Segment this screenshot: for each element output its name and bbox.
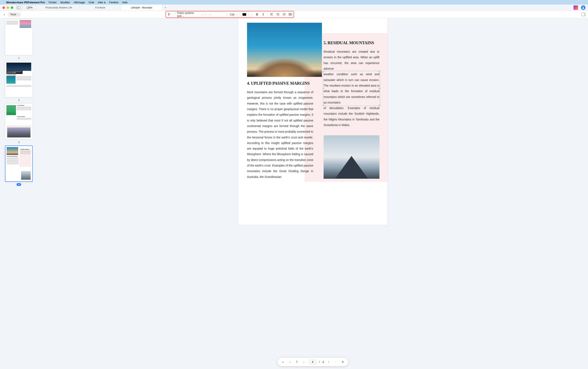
document-tabs: Productivity Modern Life Furniture Lifes… bbox=[38, 5, 574, 10]
mode-texte-pill[interactable]: Texte⌄ bbox=[8, 12, 21, 17]
align-left-icon[interactable] bbox=[269, 13, 274, 16]
traffic-lights bbox=[2, 6, 13, 9]
align-center-icon[interactable] bbox=[275, 13, 280, 16]
window-titlebar: ⌄ 125% Productivity Modern Life Furnitur… bbox=[0, 5, 588, 11]
separator bbox=[173, 13, 174, 16]
app-name[interactable]: Wondershare PDFelement Pro bbox=[6, 1, 45, 4]
sidebar-toggle-icon[interactable]: ⌄ bbox=[17, 6, 23, 10]
macos-menubar: Wondershare PDFelement Pro Fichier Modif… bbox=[0, 0, 588, 5]
zoom-select[interactable]: 125% bbox=[24, 6, 36, 10]
fullscreen-window-icon[interactable] bbox=[11, 6, 13, 9]
text-toolbar: ‹ Texte⌄ T+ Police système (par… - 12pt … bbox=[0, 11, 588, 18]
tab-lifestyle-mountain[interactable]: Lifestyle - Mountain bbox=[121, 5, 162, 10]
add-tab-button[interactable]: + bbox=[162, 5, 169, 10]
tab-furniture[interactable]: Furniture bbox=[80, 5, 121, 10]
menu-modifier[interactable]: Modifier bbox=[60, 1, 70, 4]
menu-aller-a[interactable]: Aller à bbox=[98, 1, 105, 4]
font-family-select[interactable]: Police système (par… bbox=[175, 12, 205, 17]
menu-fenetre[interactable]: Fenêtre bbox=[109, 1, 118, 4]
align-justify-icon[interactable] bbox=[288, 13, 293, 16]
tab-productivity[interactable]: Productivity Modern Life bbox=[38, 5, 80, 10]
separator bbox=[267, 13, 268, 16]
menu-outil[interactable]: Outil bbox=[89, 1, 94, 4]
color-swatch-icon bbox=[242, 13, 246, 16]
font-style-select[interactable]: - bbox=[206, 12, 227, 17]
add-text-icon[interactable]: T+ bbox=[167, 13, 172, 16]
italic-button[interactable]: I bbox=[261, 13, 266, 16]
close-window-icon[interactable] bbox=[2, 6, 5, 9]
font-size-select[interactable]: 12pt bbox=[228, 12, 239, 17]
font-color-select[interactable] bbox=[241, 12, 251, 17]
svg-rect-0 bbox=[17, 6, 20, 9]
svg-point-2 bbox=[583, 7, 584, 8]
menu-fichier[interactable]: Fichier bbox=[49, 1, 57, 4]
toolbar-back-button[interactable]: ‹ bbox=[2, 13, 6, 16]
text-format-group: T+ Police système (par… - 12pt B I bbox=[166, 11, 294, 18]
toolbar-right-group bbox=[581, 13, 586, 16]
panel-toggle-icon[interactable] bbox=[581, 13, 586, 16]
align-right-icon[interactable] bbox=[282, 13, 286, 16]
bold-button[interactable]: B bbox=[254, 13, 260, 16]
menu-aide[interactable]: Aide bbox=[122, 1, 128, 4]
minimize-window-icon[interactable] bbox=[7, 6, 9, 9]
user-avatar-icon[interactable] bbox=[581, 5, 586, 10]
app-brand-icon[interactable] bbox=[574, 5, 578, 10]
menu-affichage[interactable]: Affichage bbox=[74, 1, 85, 4]
